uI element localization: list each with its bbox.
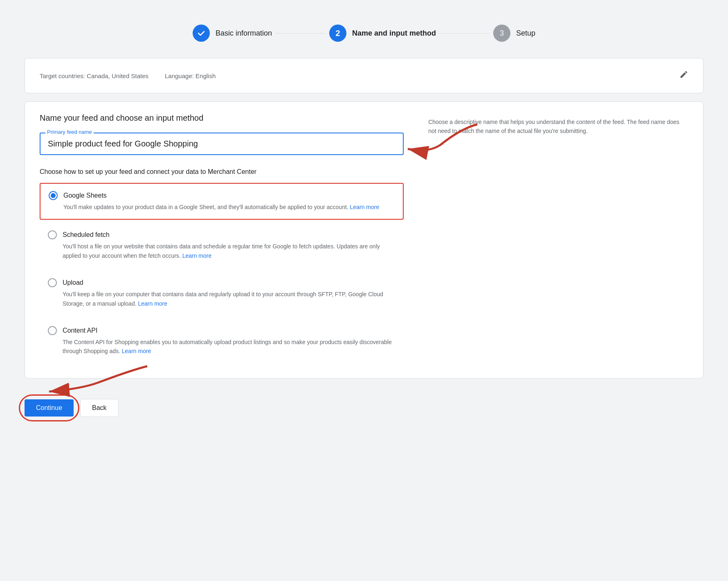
feed-name-label: Primary feed name	[45, 129, 94, 135]
google-sheets-header: Google Sheets	[49, 191, 395, 200]
step-setup: 3 Setup	[493, 25, 535, 42]
language-value: English	[195, 72, 216, 79]
step-2-circle: 2	[329, 25, 346, 42]
feed-section-title: Name your feed and choose an input metho…	[40, 113, 404, 123]
content-api-radio[interactable]	[48, 326, 57, 335]
scheduled-fetch-learn-more[interactable]: Learn more	[182, 252, 212, 259]
info-bar-card: Target countries: Canada, United States …	[25, 58, 703, 93]
upload-header: Upload	[48, 278, 395, 287]
step-name-input: 2 Name and input method	[329, 25, 436, 42]
radio-option-scheduled-fetch[interactable]: Scheduled fetch You'll host a file on yo…	[40, 223, 404, 268]
edit-icon[interactable]	[679, 70, 688, 81]
scheduled-fetch-title: Scheduled fetch	[63, 231, 110, 239]
upload-learn-more[interactable]: Learn more	[138, 300, 167, 307]
target-countries-value: Canada, United States	[87, 72, 148, 79]
google-sheets-radio[interactable]	[49, 191, 58, 200]
upload-radio[interactable]	[48, 278, 57, 287]
stepper: Basic information 2 Name and input metho…	[25, 12, 703, 58]
info-bar: Target countries: Canada, United States …	[40, 70, 688, 81]
step-3-label: Setup	[516, 29, 535, 38]
content-api-desc: The Content API for Shopping enables you…	[48, 338, 395, 356]
step-connector-1	[276, 33, 325, 34]
step-1-circle	[193, 25, 210, 42]
step-2-label: Name and input method	[352, 29, 436, 38]
content-api-header: Content API	[48, 326, 395, 335]
step-1-label: Basic information	[216, 29, 272, 38]
continue-button[interactable]: Continue	[25, 399, 74, 417]
step-connector-2	[440, 33, 489, 34]
radio-option-content-api[interactable]: Content API The Content API for Shopping…	[40, 319, 404, 363]
content-api-learn-more[interactable]: Learn more	[122, 348, 151, 354]
scheduled-fetch-desc: You'll host a file on your website that …	[48, 242, 395, 260]
feed-left-section: Name your feed and choose an input metho…	[40, 113, 404, 367]
google-sheets-desc: You'll make updates to your product data…	[49, 203, 395, 212]
target-countries-item: Target countries: Canada, United States	[40, 72, 148, 79]
language-item: Language: English	[165, 72, 216, 79]
feed-helper-text: Choose a descriptive name that helps you…	[428, 113, 688, 367]
upload-title: Upload	[63, 279, 83, 286]
bottom-bar: Continue Back	[25, 387, 703, 425]
feed-main-card: Name your feed and choose an input metho…	[25, 101, 703, 378]
radio-option-upload[interactable]: Upload You'll keep a file on your comput…	[40, 271, 404, 315]
continue-wrapper: Continue	[25, 399, 74, 417]
radio-option-google-sheets[interactable]: Google Sheets You'll make updates to you…	[40, 183, 404, 220]
scheduled-fetch-radio[interactable]	[48, 230, 57, 239]
feed-name-field[interactable]: Primary feed name	[40, 133, 404, 155]
feed-main-layout: Name your feed and choose an input metho…	[40, 113, 688, 367]
google-sheets-learn-more[interactable]: Learn more	[350, 204, 380, 210]
google-sheets-title: Google Sheets	[63, 192, 107, 199]
feed-name-wrapper: Primary feed name	[40, 133, 404, 168]
back-button[interactable]: Back	[80, 399, 119, 417]
content-api-title: Content API	[63, 327, 97, 334]
step-basic-info: Basic information	[193, 25, 272, 42]
scheduled-fetch-header: Scheduled fetch	[48, 230, 395, 239]
step-3-circle: 3	[493, 25, 510, 42]
upload-desc: You'll keep a file on your computer that…	[48, 290, 395, 308]
feed-name-input[interactable]	[48, 139, 395, 149]
choose-method-label: Choose how to set up your feed and conne…	[40, 168, 404, 176]
